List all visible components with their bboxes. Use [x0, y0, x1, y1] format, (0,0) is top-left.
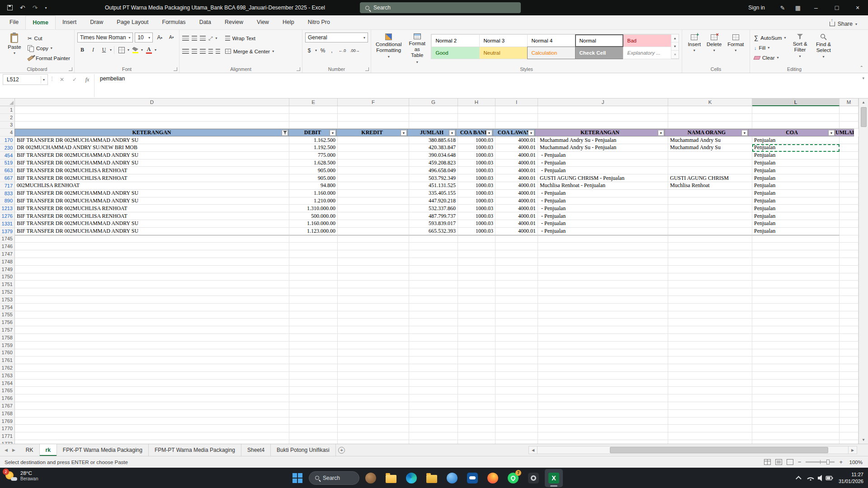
cell-L1748[interactable]: [752, 258, 840, 266]
cell-D519[interactable]: BIF TRANSFER DR 002MUCHAMMAD ANDRY SU: [15, 160, 289, 167]
scroll-right-icon[interactable]: ▶: [848, 446, 857, 454]
ribbon-tab-review[interactable]: Review: [218, 16, 250, 29]
cell-M1746[interactable]: [840, 243, 859, 250]
cell-H833[interactable]: 1000.03: [458, 190, 495, 197]
row-header-1770[interactable]: 1770: [0, 425, 15, 432]
gallery-up-icon[interactable]: ▲: [671, 34, 679, 42]
cell-D1753[interactable]: [15, 296, 289, 304]
cell-L890[interactable]: Penjualan: [752, 197, 840, 205]
cell-F833[interactable]: [338, 190, 409, 197]
cell-L1379[interactable]: Penjualan: [752, 228, 840, 235]
cell-K667[interactable]: GUSTI AGUNG CHRISM: [668, 174, 752, 182]
cell-F667[interactable]: [338, 174, 409, 182]
cell-J1761[interactable]: [538, 357, 668, 364]
cell-E1755[interactable]: [289, 311, 338, 319]
cell-I519[interactable]: 4000.01: [495, 160, 538, 167]
number-format-select[interactable]: General▾: [305, 33, 368, 42]
cell-L1766[interactable]: [752, 394, 840, 402]
cell-L1751[interactable]: [752, 281, 840, 288]
row-header-1745[interactable]: 1745: [0, 235, 15, 243]
filter-header-I[interactable]: COA LAWAN▼: [493, 129, 535, 136]
cell-K1753[interactable]: [668, 296, 752, 304]
filter-dropdown-icon[interactable]: ▼: [401, 130, 407, 136]
cell-L3[interactable]: [752, 122, 840, 129]
cut-button[interactable]: ✂Cut: [26, 33, 71, 43]
cell-K1754[interactable]: [668, 304, 752, 311]
cell-D1751[interactable]: [15, 281, 289, 288]
cell-F1759[interactable]: [338, 342, 409, 349]
ribbon-tab-home[interactable]: Home: [25, 16, 56, 29]
cell-H1768[interactable]: [458, 410, 495, 418]
row-header-1772[interactable]: 1772: [0, 440, 15, 444]
cell-I833[interactable]: 4000.01: [495, 190, 538, 197]
cell-G717[interactable]: 451.131.525: [409, 182, 458, 190]
cell-J1772[interactable]: [538, 440, 668, 444]
clear-button[interactable]: Clear▾: [753, 53, 788, 62]
cell-M1754[interactable]: [840, 304, 859, 311]
cell-H454[interactable]: 1000.03: [458, 152, 495, 160]
cell-F1765[interactable]: [338, 387, 409, 394]
row-header-1752[interactable]: 1752: [0, 288, 15, 296]
cell-E1768[interactable]: [289, 410, 338, 418]
cell-M717[interactable]: [840, 182, 859, 190]
cell-I890[interactable]: 4000.01: [495, 197, 538, 205]
cell-K1760[interactable]: [668, 349, 752, 357]
cell-H1763[interactable]: [458, 372, 495, 380]
column-header-H[interactable]: H: [458, 99, 495, 106]
cell-G1756[interactable]: [409, 319, 458, 326]
comma-style-button[interactable]: ,: [329, 46, 335, 55]
cell-style-check-cell[interactable]: Check Cell: [575, 47, 623, 59]
cell-G1772[interactable]: [409, 440, 458, 444]
excel-icon[interactable]: X: [545, 469, 563, 487]
cell-L663[interactable]: Penjualan: [752, 167, 840, 174]
cell-I1766[interactable]: [495, 394, 538, 402]
folder-icon[interactable]: [423, 469, 441, 487]
zoom-slider[interactable]: [806, 461, 835, 463]
weather-widget[interactable]: 2 28°C Berawan: [5, 470, 38, 482]
cell-L1758[interactable]: [752, 334, 840, 342]
row-header-1379[interactable]: 1379: [0, 228, 15, 235]
cell-M1766[interactable]: [840, 394, 859, 402]
cell-H717[interactable]: 1000.03: [458, 182, 495, 190]
cell-I1752[interactable]: [495, 288, 538, 296]
cell-M1770[interactable]: [840, 425, 859, 432]
ribbon-tab-nitro-pro[interactable]: Nitro Pro: [301, 16, 337, 29]
row-header-1[interactable]: 1: [0, 106, 15, 114]
cell-H1751[interactable]: [458, 281, 495, 288]
scroll-down-icon[interactable]: ▼: [859, 436, 868, 444]
cell-F230[interactable]: [338, 144, 409, 152]
cell-L2[interactable]: [752, 114, 840, 122]
clipboard-dialog-launcher[interactable]: [69, 67, 72, 71]
cell-M1765[interactable]: [840, 387, 859, 394]
page-break-view-icon[interactable]: [787, 459, 793, 465]
cell-L1745[interactable]: [752, 235, 840, 243]
bold-button[interactable]: B: [77, 45, 87, 55]
zoom-in-icon[interactable]: +: [839, 459, 843, 465]
filter-header-L[interactable]: COA▼: [748, 129, 835, 136]
sheet-tab-bukti-potong-unifikasi[interactable]: Bukti Potong Unifikasi: [271, 444, 336, 456]
increase-indent-icon[interactable]: [216, 49, 220, 54]
alignment-dialog-launcher[interactable]: [297, 67, 300, 71]
cell-H170[interactable]: 1000.03: [458, 136, 495, 144]
cell-L667[interactable]: Penjualan: [752, 174, 840, 182]
cell-H1770[interactable]: [458, 425, 495, 432]
row-header-1751[interactable]: 1751: [0, 281, 15, 288]
cell-K1771[interactable]: [668, 432, 752, 440]
cell-K230[interactable]: Muchammad Andry Su: [668, 144, 752, 152]
cell-I1751[interactable]: [495, 281, 538, 288]
cell-G1[interactable]: [409, 106, 458, 114]
cell-I1759[interactable]: [495, 342, 538, 349]
zoom-level[interactable]: 100%: [847, 460, 863, 465]
row-header-667[interactable]: 667: [0, 174, 15, 182]
cell-J1753[interactable]: [538, 296, 668, 304]
cell-K1752[interactable]: [668, 288, 752, 296]
cell-D1749[interactable]: [15, 266, 289, 273]
title-search-box[interactable]: Search: [360, 2, 521, 13]
cell-L519[interactable]: Penjualan: [752, 160, 840, 167]
ribbon-tab-draw[interactable]: Draw: [83, 16, 110, 29]
cell-F1768[interactable]: [338, 410, 409, 418]
cell-M1772[interactable]: [840, 440, 859, 444]
cell-K890[interactable]: [668, 197, 752, 205]
filter-header-E[interactable]: DEBIT▼: [288, 129, 337, 136]
firefox-icon[interactable]: [484, 469, 502, 487]
